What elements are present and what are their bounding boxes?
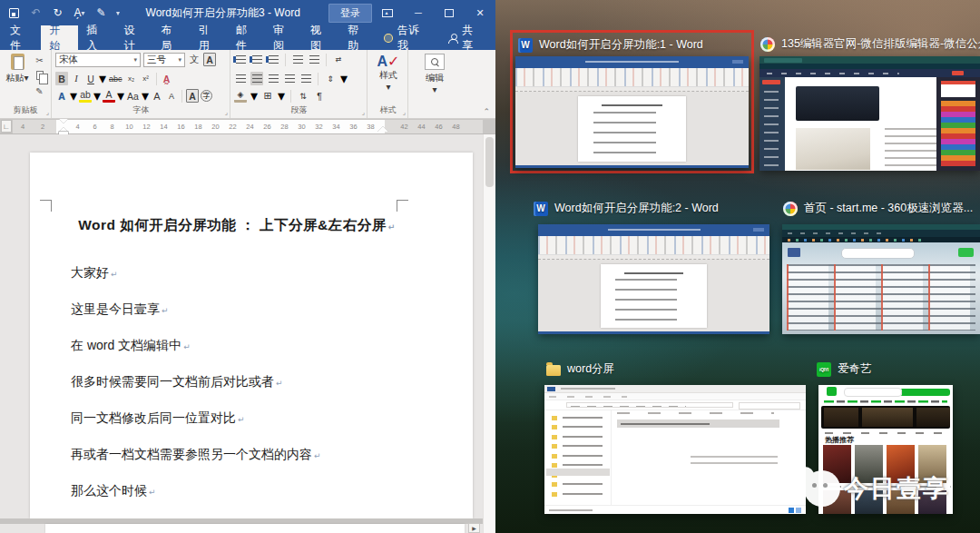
ruler-right-margin: 42444648 (385, 120, 483, 133)
scroll-right-button[interactable]: ▶ (468, 523, 480, 533)
shrink-font-button[interactable]: A (165, 89, 178, 103)
align-left-icon[interactable] (234, 72, 247, 85)
document-area: Word 如何开启分屏功能 ： 上下分屏&左右分屏↵ 大家好↵ 这里是今日壹享↵… (0, 134, 495, 533)
line-spacing-icon[interactable]: ⇕ (324, 72, 337, 85)
character-border-button[interactable]: A (203, 53, 216, 66)
taskview-tile-word-2[interactable]: W Word如何开启分屏功能:2 - Word (534, 198, 771, 336)
styles-dialog-launcher[interactable]: ⌟ (403, 109, 406, 116)
login-button[interactable]: 登录 (328, 4, 372, 23)
copy-icon[interactable] (33, 69, 46, 82)
ruler-number: 6 (86, 120, 103, 133)
show-marks-icon[interactable]: ¶ (313, 89, 326, 103)
tab-insert[interactable]: 插入 (78, 25, 115, 50)
multilevel-list-icon[interactable] (267, 53, 279, 66)
distribute-icon[interactable] (299, 72, 312, 85)
paragraph: 同一文档修改后同一位置对比↵ (71, 410, 403, 427)
bold-button[interactable]: B (55, 72, 68, 85)
subscript-button[interactable]: x₂ (125, 72, 138, 85)
font-dialog-launcher[interactable]: ⌟ (225, 109, 228, 116)
tile-thumbnail (782, 224, 980, 334)
styles-button[interactable]: A✓ 样式 ▾ (372, 54, 405, 92)
tile-thumbnail (760, 56, 980, 171)
share-button[interactable]: 共享 (436, 25, 495, 50)
mini-doc-area (538, 260, 769, 331)
format-painter-icon[interactable]: ✎ (94, 6, 108, 20)
tab-design[interactable]: 设计 (115, 25, 152, 50)
format-painter-small-icon[interactable]: ✎ (33, 84, 46, 97)
ruler-number: 4 (13, 120, 33, 133)
mini-selected-file-row (617, 419, 779, 428)
justify-icon[interactable] (283, 72, 296, 85)
paragraph-dialog-launcher[interactable]: ⌟ (362, 109, 365, 116)
shading-icon[interactable]: ◈ (234, 89, 247, 103)
ribbon: 粘贴▾ ✂ ✎ 剪贴板 ⌟ 宋体▾ 三号▾ 文 (0, 50, 495, 119)
font-name-select[interactable]: 宋体▾ (55, 53, 141, 67)
style-pen-icon[interactable]: A̗▾ (73, 6, 86, 20)
undo-icon[interactable]: ↶ (29, 6, 43, 20)
underline-button[interactable]: U (84, 72, 97, 85)
asian-layout-icon[interactable]: ⇄ (332, 53, 345, 66)
paste-button[interactable]: 粘贴▾ (4, 54, 31, 84)
strikethrough-button[interactable]: abc (108, 72, 123, 85)
grow-font-button[interactable]: A (151, 89, 163, 103)
collapse-ribbon-icon[interactable]: ⌃ (483, 107, 490, 116)
change-case-button[interactable]: Aa (126, 89, 140, 103)
font-size-select[interactable]: 三号▾ (143, 53, 185, 67)
mini-titlebar (544, 385, 806, 393)
mini-menubar (544, 393, 806, 400)
editing-button[interactable]: 编辑 ▾ (413, 54, 456, 94)
tab-selector[interactable]: ∟ (1, 120, 12, 133)
align-right-icon[interactable] (267, 72, 279, 85)
font-color-button[interactable]: A (103, 89, 115, 103)
superscript-button[interactable]: x² (140, 72, 152, 85)
save-icon[interactable] (7, 6, 21, 20)
tab-help[interactable]: 帮助 (339, 25, 377, 50)
phonetic-guide-button[interactable]: 文 (188, 53, 201, 66)
indent-marker[interactable] (59, 119, 68, 134)
bullets-icon[interactable] (234, 53, 247, 66)
browser-360-icon (783, 202, 798, 216)
align-center-icon[interactable] (250, 72, 263, 85)
tab-view[interactable]: 视图 (302, 25, 339, 50)
tab-references[interactable]: 引用 (191, 25, 228, 50)
italic-button[interactable]: I (70, 72, 83, 85)
ruler-number: 14 (155, 120, 172, 133)
tell-me-box[interactable]: 告诉我 (377, 25, 436, 50)
tab-file[interactable]: 文件 (0, 25, 41, 50)
paragraph: 在 word 文档编辑中↵ (71, 338, 403, 354)
quick-access-toolbar: ↶ ↻ A̗▾ ✎ ▾ (0, 6, 120, 20)
tab-home[interactable]: 开始 (41, 25, 78, 50)
highlight-color-button[interactable]: ab (79, 89, 92, 103)
increase-indent-icon[interactable] (308, 53, 320, 66)
redo-icon[interactable]: ↻ (51, 6, 64, 20)
mini-body (760, 77, 980, 171)
qat-customize-icon[interactable]: ▾ (116, 9, 120, 17)
taskview-tile-135-editor[interactable]: 135编辑器官网-微信排版编辑器-微信公众号... (757, 33, 980, 171)
scrollbar-thumb[interactable] (485, 137, 494, 187)
vertical-scrollbar[interactable] (483, 134, 495, 533)
folder-icon (546, 365, 561, 376)
character-shading-button[interactable]: A (186, 89, 199, 103)
maximize-button[interactable] (434, 0, 465, 25)
taskview-tile-startme[interactable]: 首页 - start.me - 360极速浏览器... (779, 198, 980, 336)
sort-icon[interactable]: ⇅ (297, 89, 309, 103)
taskview-tile-folder[interactable]: word分屏 (544, 359, 806, 514)
tab-layout[interactable]: 布局 (153, 25, 191, 50)
phonetic-field-icon[interactable]: A̰ (161, 72, 173, 85)
numbering-icon[interactable] (250, 53, 263, 66)
decrease-indent-icon[interactable] (291, 53, 304, 66)
enclose-characters-button[interactable]: 字 (201, 90, 212, 102)
tab-review[interactable]: 审阅 (265, 25, 302, 50)
right-indent-marker[interactable] (377, 126, 388, 132)
mini-subnav (818, 429, 953, 436)
borders-icon[interactable]: ⊞ (261, 89, 274, 103)
search-icon (425, 54, 445, 70)
taskview-tile-word-1[interactable]: W Word如何开启分屏功能:1 - Word (510, 30, 754, 173)
ruler-number: 16 (172, 120, 190, 133)
tile-title: Word如何开启分屏功能:2 - Word (554, 201, 719, 216)
cut-icon[interactable]: ✂ (33, 54, 46, 66)
tab-mailings[interactable]: 邮件 (228, 25, 265, 50)
clipboard-dialog-launcher[interactable]: ⌟ (46, 109, 49, 116)
mini-logo-block (788, 248, 800, 257)
text-effects-button[interactable]: A (55, 89, 68, 103)
